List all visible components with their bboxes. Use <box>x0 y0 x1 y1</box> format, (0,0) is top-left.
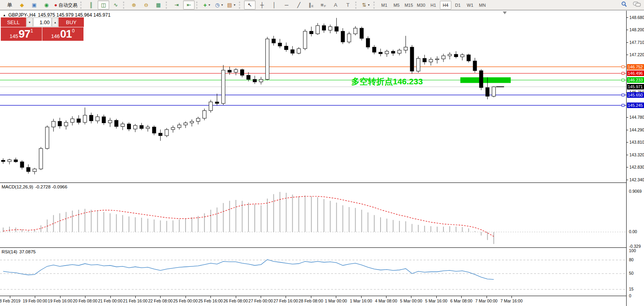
data-window-icon[interactable]: ▣ <box>28 0 40 10</box>
zoom-in-icon-glyph: ⊕ <box>132 2 136 8</box>
timeframe-M15[interactable]: M15 <box>403 1 415 10</box>
toolbar-group: ⇥⇤ <box>170 0 195 10</box>
time-label: 1 Mar 00:00 <box>325 298 347 303</box>
volume-input[interactable]: 1.00 <box>33 17 52 27</box>
ohlc-values: 145.975 145.979 145.964 145.971 <box>38 12 111 18</box>
timeframe-H1[interactable]: H1 <box>428 1 439 10</box>
time-tick <box>10 296 10 298</box>
crosshair-tool[interactable]: ┼ <box>256 0 268 10</box>
bull-candle <box>178 125 181 127</box>
trendline-tool-glyph: ╱ <box>297 2 300 8</box>
rsi-pane[interactable] <box>0 249 626 296</box>
horizontal-line-tool[interactable]: ─ <box>281 0 292 10</box>
signals-icon[interactable]: ◉ <box>41 0 52 10</box>
time-axis[interactable]: 8 Feb 201919 Feb 00:0019 Feb 16:0020 Feb… <box>0 297 626 306</box>
time-tick <box>236 296 236 298</box>
bull-candle <box>70 119 74 122</box>
time-label: 6 Mar 08:00 <box>450 298 472 303</box>
resistance-line-2-handle[interactable] <box>622 72 624 74</box>
template-button[interactable]: ▤▼ <box>226 0 237 10</box>
timeframe-D1[interactable]: D1 <box>452 1 464 10</box>
new-order-button[interactable]: 单 <box>4 0 15 10</box>
autotrading-button[interactable]: ●自动交易 <box>53 0 79 10</box>
sell-button[interactable]: SELL <box>1 17 26 27</box>
pivot-annotation-text[interactable]: 多空转折点146.233 <box>351 76 423 87</box>
text-tool-glyph: A <box>334 2 337 8</box>
search-icon[interactable] <box>621 1 627 9</box>
buy-button[interactable]: BUY <box>59 17 84 27</box>
time-label: 25 Feb 00:00 <box>173 298 198 303</box>
vertical-line-tool[interactable]: │ <box>269 0 280 10</box>
timeframe-M30[interactable]: M30 <box>415 1 427 10</box>
tile-windows-icon[interactable]: ▦ <box>153 0 164 10</box>
timeframe-M1[interactable]: M1 <box>379 1 390 10</box>
dropdown-arrow-icon[interactable]: ▼ <box>221 4 224 6</box>
auto-scroll-icon[interactable]: ⇥ <box>171 0 182 10</box>
macd-pane[interactable] <box>0 184 626 247</box>
rsi-axis-label: 100 <box>629 248 636 253</box>
chat-icon[interactable] <box>633 1 641 9</box>
support-line-2-handle[interactable] <box>622 104 624 106</box>
fibonacci-tool[interactable]: ≡F <box>318 0 329 10</box>
candlestick-chart-icon[interactable]: ◫ <box>98 0 109 10</box>
resistance-line-1-handle[interactable] <box>622 66 624 68</box>
rsi-svg[interactable] <box>0 249 626 296</box>
bull-candle <box>45 127 49 148</box>
period-button[interactable]: ◷▼ <box>214 0 225 10</box>
bear-candle <box>473 61 477 71</box>
timeframe-M5[interactable]: M5 <box>391 1 402 10</box>
time-tick <box>186 296 186 298</box>
market-watch-icon[interactable]: ◆ <box>16 0 28 10</box>
timeframe-MN[interactable]: MN <box>477 1 488 10</box>
time-tick <box>386 296 386 298</box>
candlestick-chart-icon-glyph: ◫ <box>101 2 106 8</box>
time-label: 1 Mar 16:00 <box>350 298 372 303</box>
dropdown-arrow-icon[interactable]: ▼ <box>367 4 370 6</box>
line-chart-icon[interactable]: ∿ <box>110 0 121 10</box>
channel-tool[interactable]: ∥E <box>305 0 317 10</box>
zoom-in-icon[interactable]: ⊕ <box>128 0 140 10</box>
bear-candle <box>241 70 244 75</box>
sell-price[interactable]: 145 97 1 <box>1 27 42 41</box>
timeframe-H4[interactable]: H4 <box>440 1 451 10</box>
bear-candle <box>247 75 250 79</box>
label-tool[interactable]: T <box>342 0 354 10</box>
zoom-out-icon[interactable]: ⊖ <box>140 0 152 10</box>
pivot-zone-rectangle[interactable] <box>460 77 511 83</box>
volume-down-button[interactable]: ▼ <box>27 17 33 27</box>
timeframe-W1[interactable]: W1 <box>464 1 476 10</box>
cursor-tool[interactable]: ↖ <box>244 0 256 10</box>
pivot-line-handle[interactable] <box>622 79 624 81</box>
volume-up-button[interactable]: ▲ <box>52 17 58 27</box>
bar-chart-icon[interactable]: ║ <box>85 0 97 10</box>
time-tick <box>160 296 161 298</box>
macd-svg[interactable] <box>0 184 626 247</box>
main-chart-pane[interactable] <box>0 11 626 183</box>
support-line-1-handle[interactable] <box>622 94 624 96</box>
bull-candle <box>121 124 125 126</box>
bear-candle <box>479 71 483 88</box>
vertical-line-tool-glyph: │ <box>273 2 276 8</box>
price-tick: 147.220 <box>629 52 644 57</box>
collapse-triangle-icon[interactable]: ▲ <box>3 13 6 17</box>
dropdown-arrow-icon[interactable]: ▼ <box>233 4 236 6</box>
bear-candle <box>14 160 17 162</box>
buy-price[interactable]: 146 01 0 <box>42 27 83 41</box>
chart-shift-icon-glyph: ⇤ <box>187 2 191 8</box>
dropdown-arrow-icon[interactable]: ▼ <box>208 4 211 6</box>
new-chart-button[interactable]: +▼ <box>201 0 213 10</box>
trendline-tool[interactable]: ╱ <box>293 0 305 10</box>
text-tool[interactable]: A <box>330 0 341 10</box>
time-tick <box>110 296 111 298</box>
time-label: 7 Mar 16:00 <box>500 298 523 303</box>
main-chart-svg[interactable] <box>0 11 626 183</box>
autotrading-button-label: 自动交易 <box>59 3 78 8</box>
toolbar-group: 单◆▣◉●自动交易 <box>4 0 79 10</box>
bull-candle <box>108 120 112 123</box>
cursor-tool-glyph: ↖ <box>248 2 252 8</box>
updown-arrows-button[interactable]: ⇅▼ <box>360 0 372 10</box>
support-line-2-price-tag: 145.245 <box>627 103 644 108</box>
macd-axis-label: 0.00 <box>629 229 637 234</box>
rsi-label: RSI(14) 37.0875 <box>2 249 36 254</box>
chart-shift-icon[interactable]: ⇤ <box>183 0 195 10</box>
